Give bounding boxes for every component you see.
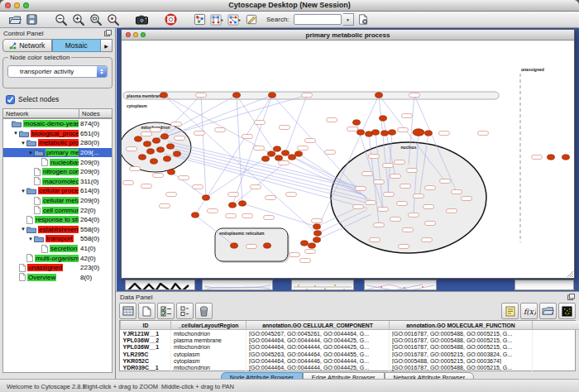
zoom-in-button[interactable] [70, 12, 86, 26]
table-cell[interactable]: [GO:0016787, GO:0005488, GO:0005215, G..… [390, 337, 533, 343]
float-panel-icon[interactable] [567, 294, 575, 300]
expand-arrow-icon[interactable]: ▼ [12, 131, 19, 136]
tree-column-nodes[interactable]: Nodes [79, 108, 112, 118]
graph-node-label[interactable] [422, 238, 433, 242]
zoom-button[interactable] [141, 32, 146, 37]
graph-node[interactable] [562, 155, 570, 160]
graph-node[interactable] [139, 155, 146, 160]
graph-node[interactable] [274, 146, 281, 151]
graph-node-label[interactable] [378, 208, 389, 212]
network-tree-row[interactable]: ▼biological_process651(0) [3, 129, 112, 139]
table-column-header[interactable] [533, 321, 579, 330]
table-cell[interactable]: [GO:0044464, GO:0044444, GO:0044425, G..… [246, 364, 390, 370]
graph-node-label[interactable] [452, 190, 462, 194]
graph-node[interactable] [147, 149, 155, 154]
expand-arrow-icon[interactable]: ▼ [20, 189, 26, 194]
network-tree-row[interactable]: secretion41(0) [3, 244, 112, 254]
table-cell[interactable]: YJR121W__1 [121, 330, 171, 337]
network-tree-row[interactable]: ▼establishment of lo558(0) [3, 225, 112, 235]
configure-search-button[interactable] [356, 12, 371, 26]
graph-node-label[interactable] [171, 122, 182, 127]
graph-node[interactable] [157, 147, 165, 152]
graph-node-label[interactable] [286, 193, 297, 197]
expand-arrow-icon[interactable]: ▼ [27, 151, 34, 155]
graph-node[interactable] [192, 213, 199, 218]
graph-node[interactable] [164, 156, 171, 161]
graph-node[interactable] [376, 93, 383, 98]
graph-node-label[interactable] [298, 146, 309, 151]
graph-node-label[interactable] [266, 196, 276, 200]
network-tree-row[interactable]: ▼primary metabo209(... [3, 148, 112, 158]
table-cell[interactable]: cytoplasm [171, 351, 246, 357]
graph-node-label[interactable] [226, 214, 237, 218]
network-tree-row[interactable]: ▼cellular process614(0) [3, 186, 112, 196]
graph-node-label[interactable] [407, 169, 418, 173]
graph-node-label[interactable] [399, 245, 409, 249]
graph-node[interactable] [380, 116, 387, 121]
table-cell[interactable] [533, 351, 579, 357]
import-attributes-button[interactable] [539, 303, 557, 319]
graph-node-label[interactable] [280, 126, 290, 130]
graph-node-label[interactable] [254, 146, 265, 151]
background-window[interactable] [291, 280, 354, 290]
expand-arrow-icon[interactable]: ▼ [20, 227, 26, 232]
table-cell[interactable] [533, 337, 579, 343]
graph-node[interactable] [160, 93, 168, 98]
graph-node-label[interactable] [440, 179, 451, 184]
graph-node-label[interactable] [325, 151, 336, 155]
graph-node-label[interactable] [246, 245, 257, 249]
graph-node[interactable] [174, 151, 181, 156]
graph-node-label[interactable] [215, 128, 226, 132]
graph-node-label[interactable] [141, 184, 152, 189]
table-cell[interactable] [533, 330, 579, 337]
graph-node[interactable] [309, 243, 316, 248]
graph-node-label[interactable] [462, 197, 472, 201]
graph-node-label[interactable] [370, 238, 380, 242]
graph-edge[interactable] [285, 95, 307, 153]
network-tree-row[interactable]: response to stimulu264(0) [3, 215, 112, 225]
graph-node-label[interactable] [166, 193, 177, 197]
network-tree-row[interactable]: Overview8(0) [3, 273, 112, 283]
table-cell[interactable]: [GO:0044464, GO:0044444, GO:0044425, G..… [246, 337, 390, 343]
snapshot-button[interactable] [134, 12, 150, 26]
network-tree-row[interactable]: unassigned223(0) [3, 263, 112, 273]
graph-node[interactable] [275, 155, 283, 160]
graph-node-label[interactable] [153, 174, 164, 178]
graph-node-label[interactable] [290, 253, 300, 257]
table-row[interactable]: YKR052Ccytoplasm[GO:0044464, GO:0044446,… [121, 357, 579, 364]
float-panel-icon[interactable] [104, 30, 112, 36]
background-window[interactable] [125, 280, 195, 290]
graph-node[interactable] [301, 241, 309, 246]
graph-node[interactable] [144, 141, 151, 146]
new-attribute-button[interactable] [138, 303, 156, 319]
graph-node[interactable] [313, 237, 321, 242]
network-canvas[interactable]: plasma membranecytoplasmmitochondrionnuc… [122, 41, 574, 278]
graph-edge[interactable] [242, 203, 317, 227]
table-cell[interactable]: YKR052C [121, 357, 171, 364]
table-cell[interactable]: mitochondrion [171, 364, 246, 370]
graph-node[interactable] [289, 155, 296, 160]
select-nodes-checkbox[interactable] [6, 95, 15, 104]
open-session-button[interactable] [7, 12, 22, 26]
graph-node-label[interactable] [279, 161, 290, 165]
graph-node-label[interactable] [425, 222, 436, 226]
graph-node[interactable] [381, 131, 389, 136]
search-input[interactable] [294, 14, 342, 25]
graph-node[interactable] [548, 155, 555, 160]
apply-layout-alt-button[interactable] [227, 12, 242, 26]
graph-node-label[interactable] [327, 118, 337, 122]
graph-node[interactable] [168, 170, 175, 174]
graph-node[interactable] [135, 136, 142, 141]
table-cell[interactable]: [GO:0044464, GO:0044444, GO:0044425, G..… [246, 344, 390, 351]
graph-node-label[interactable] [447, 209, 457, 213]
expand-arrow-icon[interactable]: ▼ [20, 141, 26, 146]
table-row[interactable]: YPL036W__1mitochondrion[GO:0044464, GO:0… [121, 344, 579, 351]
table-row[interactable]: YPL036W__2plasma membrane[GO:0044464, GO… [121, 337, 579, 343]
graph-node[interactable] [413, 129, 424, 136]
table-cell[interactable]: mitochondrion [171, 330, 246, 337]
graph-node-label[interactable] [362, 172, 373, 176]
network-tree-row[interactable]: ▼metabolic process280(0) [3, 138, 112, 148]
network-tree-row[interactable]: mosaic-demo-yeast874(0) [3, 119, 112, 129]
network-tree-row[interactable]: nucleobase-209(0) [3, 157, 112, 167]
table-column-header[interactable]: ID [121, 321, 171, 330]
